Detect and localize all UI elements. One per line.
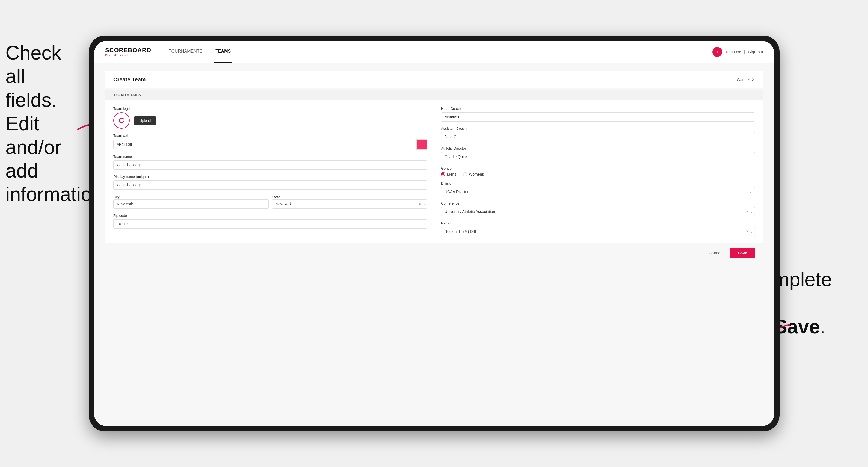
radio-womens[interactable]: Womens: [463, 172, 484, 177]
nav-item-tournaments[interactable]: TOURNAMENTS: [168, 41, 204, 63]
radio-mens-btn[interactable]: [441, 172, 445, 177]
footer-cancel-button[interactable]: Cancel: [704, 248, 726, 257]
user-label: Test User |: [725, 50, 745, 54]
gender-label: Gender: [441, 166, 755, 170]
navbar: SCOREBOARD Powered by clippd TOURNAMENTS…: [94, 41, 774, 63]
color-row: [113, 139, 427, 150]
form-body: Team logo C Upload Team colour: [105, 100, 763, 243]
logo-subtitle: Powered by clippd: [105, 54, 151, 57]
radio-mens-label: Mens: [447, 172, 456, 177]
team-name-input[interactable]: [113, 160, 427, 169]
athletic-director-input[interactable]: [441, 152, 755, 161]
tablet-screen: SCOREBOARD Powered by clippd TOURNAMENTS…: [94, 41, 774, 426]
team-colour-label: Team colour: [113, 133, 427, 138]
section-header: TEAM DETAILS: [105, 90, 763, 100]
zip-input[interactable]: [113, 219, 427, 228]
head-coach-group: Head Coach: [441, 106, 755, 122]
conference-label: Conference: [441, 201, 755, 206]
division-select-wrapper: NCAA Division III ⌄: [441, 187, 755, 196]
city-state-row: City State New York: [113, 194, 427, 209]
radio-womens-btn[interactable]: [463, 172, 467, 177]
logo-upload-area: C Upload: [113, 112, 427, 129]
division-select[interactable]: NCAA Division III: [441, 187, 755, 196]
display-name-group: Display name (unique): [113, 175, 427, 190]
form-container: TEAM DETAILS Team logo C Upload: [105, 90, 763, 262]
gender-group: Gender Mens Womens: [441, 166, 755, 177]
footer-save-button[interactable]: Save: [730, 248, 755, 258]
logo-preview: C: [113, 112, 130, 129]
city-label: City: [113, 195, 119, 199]
instruction-left: Check all fields. Edit and/or add inform…: [5, 41, 82, 206]
radio-mens[interactable]: Mens: [441, 172, 456, 177]
instruction-line1: Check all fields.: [5, 42, 61, 111]
cancel-link[interactable]: Cancel ✕: [737, 77, 755, 82]
division-group: Division NCAA Division III ⌄: [441, 181, 755, 196]
nav-right: T Test User | Sign out: [712, 47, 763, 57]
tablet-device: SCOREBOARD Powered by clippd TOURNAMENTS…: [89, 35, 779, 432]
state-field: State New York ✕ ⌄: [272, 194, 427, 209]
cancel-label: Cancel: [737, 77, 750, 82]
form-left: Team logo C Upload Team colour: [113, 106, 427, 236]
region-group: Region Region II - (M) DIII ✕ ⌄: [441, 221, 755, 236]
form-right: Head Coach Assistant Coach Athletic Dire…: [441, 106, 755, 236]
radio-womens-label: Womens: [469, 172, 484, 177]
sign-out-link[interactable]: Sign out: [748, 50, 763, 54]
team-logo-label: Team logo: [113, 106, 427, 111]
head-coach-label: Head Coach: [441, 106, 755, 111]
close-icon: ✕: [751, 77, 755, 82]
state-label: State: [272, 195, 280, 199]
instruction-line2: Edit and/or add: [5, 113, 61, 182]
athletic-director-group: Athletic Director: [441, 146, 755, 161]
color-swatch[interactable]: [416, 139, 427, 150]
conference-group: Conference University Athletic Associati…: [441, 201, 755, 216]
upload-button[interactable]: Upload: [134, 116, 156, 125]
conference-select[interactable]: University Athletic Association: [441, 207, 755, 216]
zip-code-group: Zip code: [113, 214, 427, 228]
display-name-label: Display name (unique): [113, 175, 427, 179]
page-content: Create Team Cancel ✕ TEAM DETAILS Team l…: [94, 63, 774, 426]
region-label: Region: [441, 221, 755, 225]
assistant-coach-input[interactable]: [441, 132, 755, 142]
assistant-coach-label: Assistant Coach: [441, 126, 755, 130]
create-team-header: Create Team Cancel ✕: [105, 71, 763, 89]
athletic-director-label: Athletic Director: [441, 146, 755, 151]
display-name-input[interactable]: [113, 180, 427, 190]
gender-row: Mens Womens: [441, 172, 755, 177]
state-select[interactable]: New York: [272, 199, 427, 209]
city-input[interactable]: [113, 199, 269, 209]
zip-label: Zip code: [113, 214, 427, 218]
head-coach-input[interactable]: [441, 112, 755, 122]
region-select[interactable]: Region II - (M) DIII: [441, 227, 755, 236]
nav-items: TOURNAMENTS TEAMS: [168, 41, 712, 63]
city-field: City: [113, 194, 269, 209]
team-logo-group: Team logo C Upload: [113, 106, 427, 129]
assistant-coach-group: Assistant Coach: [441, 126, 755, 142]
team-name-label: Team name: [113, 155, 427, 159]
state-select-wrapper: New York ✕ ⌄: [272, 199, 427, 209]
region-select-wrapper: Region II - (M) DIII ✕ ⌄: [441, 227, 755, 236]
logo-title: SCOREBOARD: [105, 47, 151, 54]
team-colour-input[interactable]: [113, 140, 416, 149]
page-title: Create Team: [113, 76, 146, 83]
nav-item-teams[interactable]: TEAMS: [214, 41, 232, 63]
logo-area: SCOREBOARD Powered by clippd: [105, 47, 151, 57]
user-avatar: T: [712, 47, 722, 57]
division-label: Division: [441, 181, 755, 185]
city-state-group: City State New York: [113, 194, 427, 209]
team-colour-group: Team colour: [113, 133, 427, 150]
conference-select-wrapper: University Athletic Association ✕ ⌄: [441, 207, 755, 216]
form-footer: Cancel Save: [105, 243, 763, 262]
team-name-group: Team name: [113, 155, 427, 169]
